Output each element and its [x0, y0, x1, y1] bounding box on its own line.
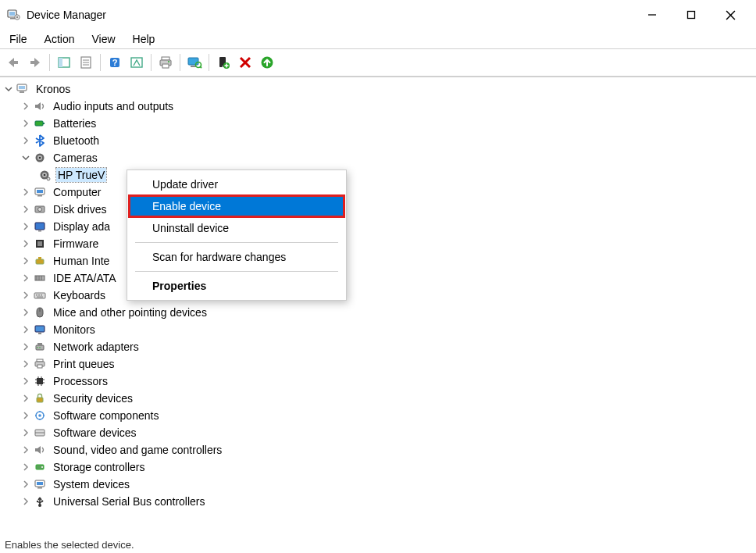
ctx-update-driver[interactable]: Update driver — [129, 173, 344, 195]
tree-category[interactable]: Audio inputs and outputs — [0, 98, 756, 115]
tree-category[interactable]: Software components — [0, 407, 756, 424]
tree-root[interactable]: Kronos — [0, 80, 756, 98]
tree-category[interactable]: IDE ATA/ATA — [0, 269, 756, 287]
chevron-right-icon[interactable] — [20, 479, 31, 490]
tree-category-label: Audio inputs and outputs — [52, 99, 175, 113]
device-tree[interactable]: Kronos Audio inputs and outputs Batterie… — [0, 77, 756, 536]
chevron-right-icon[interactable] — [20, 410, 31, 421]
chevron-right-icon[interactable] — [20, 204, 31, 215]
ctx-properties[interactable]: Properties — [129, 275, 344, 297]
computer-icon — [33, 185, 47, 199]
menu-action[interactable]: Action — [41, 31, 78, 47]
tree-category[interactable]: Batteries — [0, 115, 756, 132]
scan-hardware-button[interactable] — [184, 52, 205, 73]
tree-category[interactable]: Bluetooth — [0, 132, 756, 149]
svg-rect-51 — [38, 257, 41, 259]
help-button[interactable]: ? — [105, 52, 125, 73]
toolbar-separator — [49, 54, 50, 71]
tree-device-hp-truevision[interactable]: HP TrueV — [0, 166, 756, 184]
chevron-right-icon[interactable] — [20, 462, 31, 473]
svg-rect-5 — [688, 12, 695, 19]
svg-point-39 — [44, 174, 46, 177]
svg-text:?: ? — [112, 58, 118, 67]
tree-category[interactable]: Universal Serial Bus controllers — [0, 493, 756, 510]
back-button[interactable] — [3, 52, 23, 73]
tree-category[interactable]: Disk drives — [0, 201, 756, 218]
menu-view[interactable]: View — [88, 31, 118, 47]
chevron-right-icon[interactable] — [20, 341, 31, 352]
svg-rect-1 — [9, 12, 15, 16]
svg-rect-49 — [37, 241, 42, 246]
print-button[interactable] — [155, 52, 176, 73]
tree-category[interactable]: Display ada — [0, 218, 756, 235]
chevron-right-icon[interactable] — [20, 135, 31, 146]
tree-category[interactable]: Monitors — [0, 321, 756, 338]
tree-category[interactable]: Human Inte — [0, 252, 756, 269]
tree-category[interactable]: Mice and other pointing devices — [0, 304, 756, 321]
menu-help[interactable]: Help — [130, 31, 159, 47]
tree-category[interactable]: Print queues — [0, 355, 756, 373]
chevron-right-icon[interactable] — [20, 187, 31, 198]
chevron-right-icon[interactable] — [20, 376, 31, 387]
tree-category[interactable]: Sound, video and game controllers — [0, 441, 756, 458]
toolbar-separator — [209, 54, 209, 71]
svg-point-82 — [38, 414, 41, 417]
chevron-right-icon[interactable] — [20, 290, 31, 301]
properties-button[interactable] — [76, 52, 96, 73]
enable-device-button[interactable] — [213, 52, 234, 73]
tree-category-cameras[interactable]: Cameras — [0, 149, 756, 166]
show-hide-tree-button[interactable] — [54, 52, 74, 73]
chevron-down-icon[interactable] — [20, 152, 31, 163]
chevron-right-icon[interactable] — [20, 273, 31, 284]
tree-category-label: Bluetooth — [52, 134, 101, 148]
menu-file[interactable]: File — [6, 31, 30, 47]
tree-root-label: Kronos — [34, 82, 72, 96]
chevron-right-icon[interactable] — [20, 238, 31, 249]
tree-category[interactable]: Network adapters — [0, 338, 756, 355]
chevron-right-icon[interactable] — [20, 496, 31, 507]
computer-icon — [16, 82, 30, 96]
ctx-enable-device[interactable]: Enable device — [129, 195, 344, 217]
chevron-right-icon[interactable] — [20, 324, 31, 335]
toolbar-separator — [100, 54, 101, 71]
chevron-right-icon[interactable] — [20, 393, 31, 404]
tree-category[interactable]: Computer — [0, 184, 756, 201]
tree-category-label: IDE ATA/ATA — [52, 271, 118, 285]
tree-category[interactable]: Storage controllers — [0, 458, 756, 476]
svg-point-36 — [39, 157, 41, 159]
chevron-right-icon[interactable] — [20, 118, 31, 129]
tree-category-label: Keyboards — [52, 288, 107, 302]
close-button[interactable] — [711, 2, 750, 28]
chevron-right-icon[interactable] — [20, 221, 31, 232]
tree-category[interactable]: Processors — [0, 373, 756, 390]
tree-category-label: Software devices — [52, 426, 138, 440]
maximize-button[interactable] — [672, 2, 711, 28]
chevron-right-icon[interactable] — [20, 307, 31, 318]
chevron-down-icon[interactable] — [3, 84, 14, 95]
tree-category[interactable]: Software devices — [0, 424, 756, 441]
svg-point-45 — [38, 208, 42, 212]
chevron-right-icon[interactable] — [20, 255, 31, 266]
ctx-item-label: Scan for hardware changes — [152, 251, 286, 263]
svg-point-4 — [16, 16, 18, 18]
action-button[interactable] — [127, 52, 147, 73]
tree-category[interactable]: Firmware — [0, 235, 756, 252]
tree-category-label: Storage controllers — [52, 460, 147, 474]
chevron-right-icon[interactable] — [20, 359, 31, 369]
minimize-button[interactable] — [633, 2, 672, 28]
uninstall-device-button[interactable] — [235, 52, 255, 73]
update-driver-button[interactable] — [257, 52, 277, 73]
tree-category[interactable]: Security devices — [0, 390, 756, 407]
svg-point-85 — [41, 466, 43, 468]
chevron-right-icon[interactable] — [20, 444, 31, 455]
ctx-scan-hardware[interactable]: Scan for hardware changes — [129, 246, 344, 268]
tree-category[interactable]: Keyboards — [0, 287, 756, 304]
ctx-uninstall-device[interactable]: Uninstall device — [129, 217, 344, 239]
tree-category[interactable]: System devices — [0, 476, 756, 493]
forward-button[interactable] — [25, 52, 45, 73]
svg-rect-71 — [37, 378, 43, 384]
chevron-right-icon[interactable] — [20, 101, 31, 112]
chevron-right-icon[interactable] — [20, 427, 31, 438]
menubar: File Action View Help — [0, 30, 756, 48]
tree-category-label: Universal Serial Bus controllers — [52, 494, 207, 508]
